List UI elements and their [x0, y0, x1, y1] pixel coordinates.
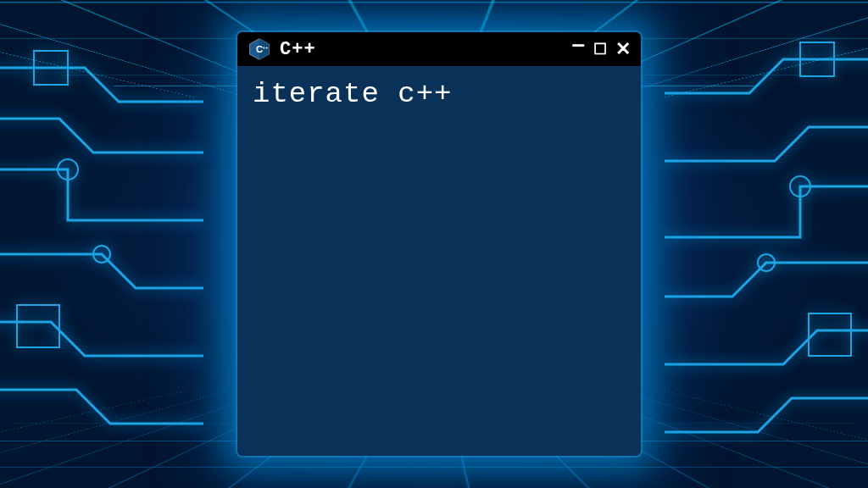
terminal-text: iterate c++ — [253, 78, 452, 110]
terminal-window: C + + C++ – ☐ ✕ iterate c++ — [237, 32, 641, 456]
maximize-icon[interactable]: ☐ — [593, 42, 607, 57]
close-icon[interactable]: ✕ — [615, 40, 631, 58]
window-controls: – ☐ ✕ — [571, 37, 631, 61]
circuit-pattern-right — [648, 0, 868, 488]
svg-rect-7 — [809, 313, 851, 356]
terminal-content[interactable]: iterate c++ — [237, 66, 641, 456]
circuit-pattern-left — [0, 0, 220, 488]
svg-rect-3 — [17, 305, 59, 347]
svg-rect-2 — [34, 51, 68, 85]
minimize-icon[interactable]: – — [571, 32, 585, 56]
window-title: C++ — [280, 39, 563, 60]
svg-text:+: + — [263, 45, 265, 50]
titlebar[interactable]: C + + C++ – ☐ ✕ — [237, 32, 641, 66]
svg-text:+: + — [265, 45, 268, 50]
cpp-logo-icon: C + + — [248, 37, 271, 61]
